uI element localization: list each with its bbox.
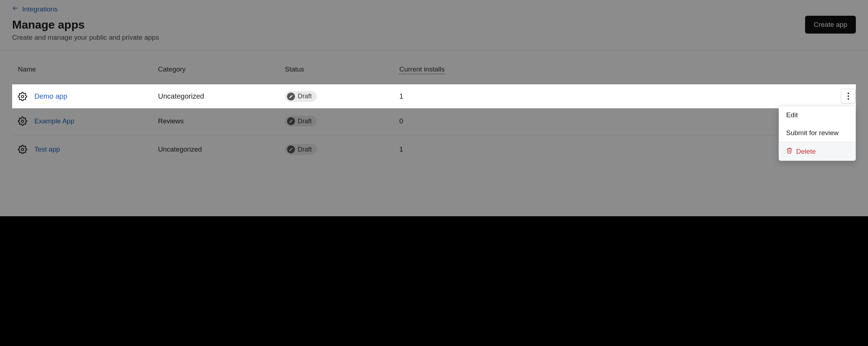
page-subtitle: Create and manage your public and privat…: [12, 34, 159, 41]
svg-point-14: [848, 93, 849, 94]
create-app-button[interactable]: Create app: [805, 16, 856, 34]
pencil-icon: [287, 145, 295, 153]
col-head-status: Status: [285, 65, 399, 73]
breadcrumb-label: Integrations: [22, 5, 58, 13]
col-head-category: Category: [158, 65, 285, 73]
highlighted-row: Demo app Uncategorized Draft 1: [12, 84, 856, 108]
table-row: Example App Reviews Draft 0: [12, 107, 856, 135]
app-installs: 0: [399, 117, 822, 125]
row-actions-menu: Edit Submit for review Delete: [779, 106, 856, 161]
page-title: Manage apps: [12, 18, 159, 31]
status-badge: Draft: [285, 91, 317, 102]
page-header: Integrations Manage apps Create and mana…: [0, 0, 868, 50]
app-installs: 1: [399, 145, 822, 153]
app-name-link[interactable]: Test app: [34, 145, 60, 153]
col-head-name: Name: [18, 65, 158, 73]
table-row: Test app Uncategorized Draft 1: [12, 135, 856, 163]
pencil-icon: [287, 117, 295, 125]
status-badge: Draft: [285, 144, 317, 155]
app-name-link[interactable]: Demo app: [34, 92, 67, 100]
app-category: Reviews: [158, 117, 285, 125]
menu-item-delete[interactable]: Delete: [779, 142, 855, 160]
app-category: Uncategorized: [158, 92, 285, 100]
pencil-icon: [287, 93, 295, 100]
svg-point-13: [21, 95, 24, 98]
col-head-installs[interactable]: Current installs: [399, 65, 822, 73]
gear-icon: [18, 92, 27, 101]
table-header-row: Name Category Status Current installs: [12, 61, 856, 79]
row-actions-button-open[interactable]: [841, 89, 856, 104]
gear-icon: [18, 117, 27, 126]
app-category: Uncategorized: [158, 145, 285, 153]
menu-item-submit[interactable]: Submit for review: [779, 124, 855, 142]
breadcrumb-integrations[interactable]: Integrations: [12, 5, 159, 13]
status-badge: Draft: [285, 116, 317, 127]
svg-point-5: [21, 120, 24, 123]
trash-icon: [786, 147, 793, 155]
app-installs: 1: [399, 92, 822, 100]
gear-icon: [18, 145, 27, 154]
menu-item-edit[interactable]: Edit: [779, 106, 855, 124]
arrow-left-icon: [12, 5, 19, 13]
app-name-link[interactable]: Example App: [34, 117, 74, 125]
svg-point-15: [848, 95, 849, 97]
svg-point-9: [21, 148, 24, 151]
svg-point-16: [848, 98, 849, 100]
